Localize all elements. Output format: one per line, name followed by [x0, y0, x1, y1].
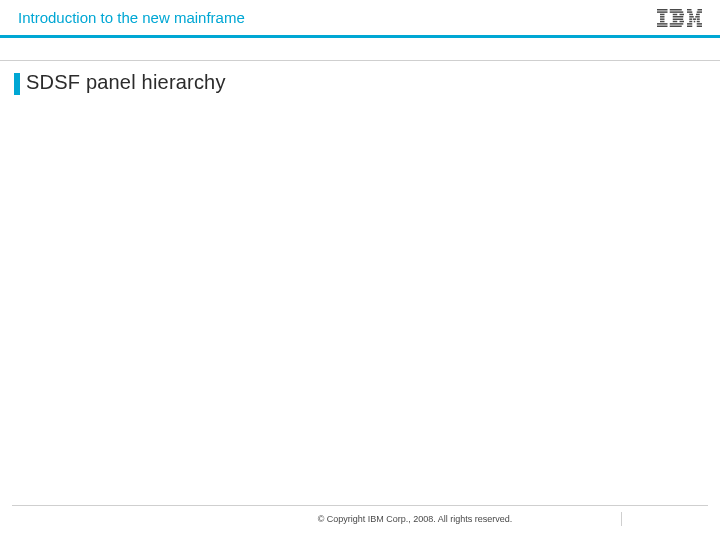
svg-rect-2: [660, 13, 665, 15]
svg-rect-11: [697, 11, 702, 13]
svg-rect-6: [657, 23, 668, 25]
svg-rect-15: [695, 16, 700, 18]
svg-rect-7: [657, 25, 668, 27]
svg-rect-14: [689, 16, 694, 18]
title-accent-bar: [14, 73, 20, 95]
slide-content: SDSF panel hierarchy: [0, 61, 720, 95]
svg-rect-18: [697, 18, 700, 20]
ibm-logo-icon: [657, 9, 702, 27]
slide-header: Introduction to the new mainframe: [0, 0, 720, 38]
header-title: Introduction to the new mainframe: [18, 9, 245, 26]
svg-rect-9: [698, 9, 703, 11]
svg-rect-24: [687, 25, 692, 27]
svg-rect-19: [689, 20, 692, 22]
svg-rect-16: [689, 18, 692, 20]
svg-rect-4: [660, 18, 665, 20]
svg-rect-8: [687, 9, 692, 11]
svg-rect-25: [697, 25, 702, 27]
svg-rect-5: [660, 20, 665, 22]
footer-divider: [621, 512, 622, 526]
svg-rect-22: [687, 23, 692, 25]
footer-separator: [12, 505, 708, 506]
copyright-text: © Copyright IBM Corp., 2008. All rights …: [318, 514, 513, 524]
svg-rect-21: [697, 20, 700, 22]
svg-rect-23: [697, 23, 702, 25]
svg-rect-12: [689, 13, 693, 15]
svg-rect-20: [694, 20, 696, 22]
svg-rect-17: [693, 18, 696, 20]
footer-inner: © Copyright IBM Corp., 2008. All rights …: [0, 514, 720, 524]
svg-rect-10: [687, 11, 692, 13]
svg-rect-3: [660, 16, 665, 18]
svg-rect-0: [657, 9, 668, 11]
slide-footer: © Copyright IBM Corp., 2008. All rights …: [0, 505, 720, 524]
svg-rect-13: [696, 13, 700, 15]
slide-title: SDSF panel hierarchy: [26, 71, 226, 94]
svg-rect-1: [657, 11, 668, 13]
